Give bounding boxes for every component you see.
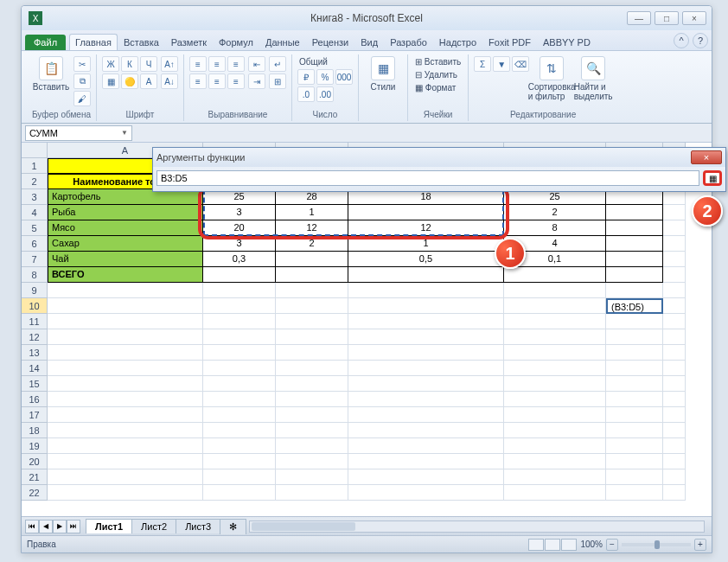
cell-E13[interactable] xyxy=(504,345,606,361)
cell-B17[interactable] xyxy=(203,407,276,423)
row-header-4[interactable]: 4 xyxy=(22,205,48,220)
row-header-21[interactable]: 21 xyxy=(22,469,48,485)
cell-F19[interactable] xyxy=(606,438,663,454)
font-color-button[interactable]: A xyxy=(140,73,157,89)
insert-cells-button[interactable]: ⊞ Вставить xyxy=(413,56,463,67)
cell-E16[interactable] xyxy=(504,392,606,407)
decimal-increase-button[interactable]: .0 xyxy=(297,86,315,102)
cell-E19[interactable] xyxy=(504,438,606,454)
row-name-6[interactable]: Сахар xyxy=(48,236,203,252)
cell-D5[interactable]: 12 xyxy=(348,220,504,236)
cell-C4[interactable]: 1 xyxy=(276,205,348,220)
cell-C16[interactable] xyxy=(276,392,348,407)
tab-formulas[interactable]: Формул xyxy=(213,34,259,50)
cell-B10[interactable] xyxy=(203,298,276,314)
tab-foxit[interactable]: Foxit PDF xyxy=(482,34,537,50)
percent-button[interactable]: % xyxy=(316,69,334,85)
cell-G19[interactable] xyxy=(663,438,686,454)
cell-G21[interactable] xyxy=(663,469,686,485)
cell-C15[interactable] xyxy=(276,376,348,392)
tab-file[interactable]: Файл xyxy=(25,35,66,50)
row-header-19[interactable]: 19 xyxy=(22,438,48,454)
cell-F15[interactable] xyxy=(606,376,663,392)
row-header-1[interactable]: 1 xyxy=(22,158,48,174)
font-size-up-button[interactable]: A↑ xyxy=(161,56,178,72)
cell-D6[interactable]: 1 xyxy=(348,236,504,252)
cell-g5[interactable] xyxy=(663,220,686,236)
row-header-17[interactable]: 17 xyxy=(22,407,48,423)
minimize-button[interactable]: — xyxy=(627,11,651,25)
cell-C21[interactable] xyxy=(276,469,348,485)
cell-F17[interactable] xyxy=(606,407,663,423)
currency-button[interactable]: ₽ xyxy=(297,69,315,85)
cell-B12[interactable] xyxy=(203,329,276,345)
name-box[interactable]: СУММ ▼ xyxy=(25,125,132,141)
cell-A12[interactable] xyxy=(48,329,203,345)
styles-button[interactable]: ▦ Стили xyxy=(364,56,402,92)
cell-F4[interactable] xyxy=(606,205,663,220)
comma-button[interactable]: 000 xyxy=(335,69,353,85)
format-cells-button[interactable]: ▦ Формат xyxy=(413,82,463,93)
tab-insert[interactable]: Вставка xyxy=(118,34,165,50)
cell-F16[interactable] xyxy=(606,392,663,407)
sheet-nav-last[interactable]: ⏭ xyxy=(67,520,80,533)
cell-B18[interactable] xyxy=(203,423,276,438)
sort-filter-button[interactable]: ⇅ Сортировка и фильтр xyxy=(533,56,571,101)
sheet-tab-2[interactable]: Лист2 xyxy=(131,519,176,533)
cell-E18[interactable] xyxy=(504,423,606,438)
cut-button[interactable]: ✂ xyxy=(73,56,91,72)
row-name-7[interactable]: Чай xyxy=(48,252,203,267)
cell-G18[interactable] xyxy=(663,423,686,438)
cell-F20[interactable] xyxy=(606,454,663,469)
cell-C18[interactable] xyxy=(276,423,348,438)
cell-E14[interactable] xyxy=(504,361,606,376)
cell-A15[interactable] xyxy=(48,376,203,392)
number-format-select[interactable]: Общий xyxy=(297,56,353,67)
cell-B5[interactable]: 20 xyxy=(203,220,276,236)
row-header-2[interactable]: 2 xyxy=(22,174,48,189)
cell-B13[interactable] xyxy=(203,345,276,361)
cell-B4[interactable]: 3 xyxy=(203,205,276,220)
find-select-button[interactable]: 🔍 Найти и выделить xyxy=(574,56,612,101)
page-layout-view-button[interactable] xyxy=(545,539,560,551)
align-bottom-button[interactable]: ≡ xyxy=(227,56,245,72)
row-header-16[interactable]: 16 xyxy=(22,392,48,407)
cell-A10[interactable] xyxy=(48,298,203,314)
zoom-out-button[interactable]: − xyxy=(606,539,618,551)
cell-C11[interactable] xyxy=(276,314,348,329)
cell-D15[interactable] xyxy=(348,376,504,392)
cell-E11[interactable] xyxy=(504,314,606,329)
delete-cells-button[interactable]: ⊟ Удалить xyxy=(413,69,463,80)
cell-F12[interactable] xyxy=(606,329,663,345)
copy-button[interactable]: ⧉ xyxy=(73,73,91,89)
cell-D10[interactable] xyxy=(348,298,504,314)
cell-C17[interactable] xyxy=(276,407,348,423)
cell-B11[interactable] xyxy=(203,314,276,329)
cell-A13[interactable] xyxy=(48,345,203,361)
font-size-down-button[interactable]: A↓ xyxy=(161,73,178,89)
cell-D19[interactable] xyxy=(348,438,504,454)
bold-button[interactable]: Ж xyxy=(102,56,119,72)
cell-E20[interactable] xyxy=(504,454,606,469)
tab-addins[interactable]: Надстро xyxy=(433,34,482,50)
align-middle-button[interactable]: ≡ xyxy=(208,56,226,72)
cell-F11[interactable] xyxy=(606,314,663,329)
row-header-11[interactable]: 11 xyxy=(22,314,48,329)
zoom-in-button[interactable]: + xyxy=(694,539,706,551)
cell-F8[interactable] xyxy=(606,267,663,283)
cell-A17[interactable] xyxy=(48,407,203,423)
cell-E10[interactable] xyxy=(504,298,606,314)
cell-E21[interactable] xyxy=(504,469,606,485)
row-header-5[interactable]: 5 xyxy=(22,220,48,236)
cell-E12[interactable] xyxy=(504,329,606,345)
row-header-12[interactable]: 12 xyxy=(22,329,48,345)
cell-D22[interactable] xyxy=(348,485,504,501)
cell-C7[interactable] xyxy=(276,252,348,267)
cell-C10[interactable] xyxy=(276,298,348,314)
cell-E8[interactable] xyxy=(504,267,606,283)
row-name-5[interactable]: Мясо xyxy=(48,220,203,236)
cell-C14[interactable] xyxy=(276,361,348,376)
cell-E9[interactable] xyxy=(504,283,606,298)
cell-G11[interactable] xyxy=(663,314,686,329)
cell-D18[interactable] xyxy=(348,423,504,438)
